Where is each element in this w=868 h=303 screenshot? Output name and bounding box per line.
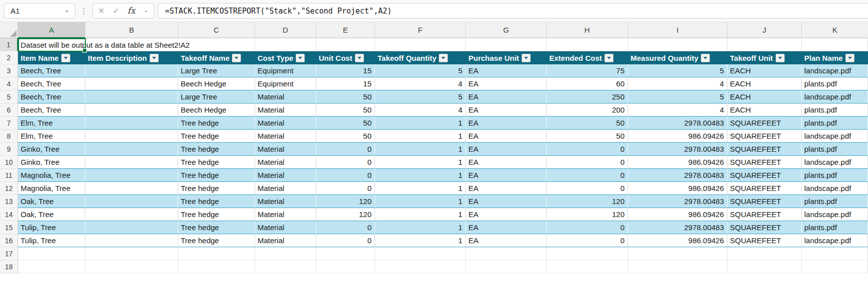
row-header-4[interactable]: 4 xyxy=(0,77,18,90)
cell-C5[interactable]: Large Tree xyxy=(178,90,255,104)
cell-H1[interactable] xyxy=(547,38,628,51)
cell-F12[interactable]: 1 xyxy=(375,182,466,195)
cell-I18[interactable] xyxy=(628,260,727,273)
row-header-3[interactable]: 3 xyxy=(0,64,18,77)
cell-B7[interactable] xyxy=(85,117,178,130)
cell-C11[interactable]: Tree hedge xyxy=(178,169,255,182)
filter-button-cost-type[interactable] xyxy=(296,54,305,62)
column-header-B[interactable]: B xyxy=(85,22,178,38)
filter-button-purchase-unit[interactable] xyxy=(522,54,531,62)
cell-C9[interactable]: Tree hedge xyxy=(178,143,255,156)
cell-A10[interactable]: Ginko, Tree xyxy=(18,156,85,169)
cell-G4[interactable]: EA xyxy=(466,77,547,90)
column-header-I[interactable]: I xyxy=(628,22,727,38)
row-header-5[interactable]: 5 xyxy=(0,90,18,104)
row-header-15[interactable]: 15 xyxy=(0,221,18,234)
cell-J5[interactable]: EACH xyxy=(727,90,802,104)
column-header-D[interactable]: D xyxy=(255,22,316,38)
column-header-E[interactable]: E xyxy=(316,22,375,38)
row-header-7[interactable]: 7 xyxy=(0,117,18,130)
cell-D1[interactable] xyxy=(255,38,316,51)
cell-G7[interactable]: EA xyxy=(466,117,547,130)
cell-C17[interactable] xyxy=(178,247,255,260)
row-header-11[interactable]: 11 xyxy=(0,169,18,182)
cell-D6[interactable]: Material xyxy=(255,104,316,117)
cell-E8[interactable]: 50 xyxy=(316,130,375,143)
cell-I13[interactable]: 2978.00483 xyxy=(628,195,727,208)
cell-I15[interactable]: 2978.00483 xyxy=(628,221,727,234)
cell-B9[interactable] xyxy=(85,143,178,156)
cell-K1[interactable] xyxy=(802,38,868,51)
cell-H12[interactable]: 0 xyxy=(547,182,628,195)
cell-B12[interactable] xyxy=(85,182,178,195)
cell-E11[interactable]: 0 xyxy=(316,169,375,182)
cell-A15[interactable]: Tulip, Tree xyxy=(18,221,85,234)
row-header-9[interactable]: 9 xyxy=(0,143,18,156)
cell-K11[interactable]: plants.pdf xyxy=(802,169,868,182)
row-header-17[interactable]: 17 xyxy=(0,247,18,260)
cell-I4[interactable]: 4 xyxy=(628,77,727,90)
cell-H6[interactable]: 200 xyxy=(547,104,628,117)
cell-E5[interactable]: 50 xyxy=(316,90,375,104)
cell-A5[interactable]: Beech, Tree xyxy=(18,90,85,104)
cell-J8[interactable]: SQUAREFEET xyxy=(727,130,802,143)
cell-I1[interactable] xyxy=(628,38,727,51)
cell-D13[interactable]: Material xyxy=(255,195,316,208)
cell-G14[interactable]: EA xyxy=(466,208,547,221)
cell-C10[interactable]: Tree hedge xyxy=(178,156,255,169)
cell-G9[interactable]: EA xyxy=(466,143,547,156)
filter-button-measured-quantity[interactable] xyxy=(701,54,710,62)
cell-J11[interactable]: SQUAREFEET xyxy=(727,169,802,182)
cell-K17[interactable] xyxy=(802,247,868,260)
cell-B17[interactable] xyxy=(85,247,178,260)
cell-K4[interactable]: plants.pdf xyxy=(802,77,868,90)
cell-D15[interactable]: Material xyxy=(255,221,316,234)
cell-D14[interactable]: Material xyxy=(255,208,316,221)
cell-F8[interactable]: 1 xyxy=(375,130,466,143)
cell-F1[interactable] xyxy=(375,38,466,51)
row-header-12[interactable]: 12 xyxy=(0,182,18,195)
cell-C3[interactable]: Large Tree xyxy=(178,64,255,77)
cell-B4[interactable] xyxy=(85,77,178,90)
cell-F16[interactable]: 1 xyxy=(375,234,466,247)
cell-H17[interactable] xyxy=(547,247,628,260)
cell-D3[interactable]: Equipment xyxy=(255,64,316,77)
cell-E15[interactable]: 0 xyxy=(316,221,375,234)
cell-J6[interactable]: EACH xyxy=(727,104,802,117)
cell-A16[interactable]: Tulip, Tree xyxy=(18,234,85,247)
cell-G3[interactable]: EA xyxy=(466,64,547,77)
cell-A8[interactable]: Elm, Tree xyxy=(18,130,85,143)
filter-button-item-description[interactable] xyxy=(150,54,159,62)
cell-K18[interactable] xyxy=(802,260,868,273)
name-box[interactable]: A1 ⌄ xyxy=(4,3,75,19)
cell-J7[interactable]: SQUAREFEET xyxy=(727,117,802,130)
cell-F3[interactable]: 5 xyxy=(375,64,466,77)
cell-H4[interactable]: 60 xyxy=(547,77,628,90)
cell-G1[interactable] xyxy=(466,38,547,51)
column-header-F[interactable]: F xyxy=(375,22,466,38)
cancel-icon[interactable]: ✕ xyxy=(98,7,104,15)
cell-C13[interactable]: Tree hedge xyxy=(178,195,255,208)
column-header-H[interactable]: H xyxy=(547,22,628,38)
cell-G17[interactable] xyxy=(466,247,547,260)
row-header-2[interactable]: 2 xyxy=(0,51,18,64)
cell-A12[interactable]: Magnolia, Tree xyxy=(18,182,85,195)
cell-D7[interactable]: Material xyxy=(255,117,316,130)
cell-K10[interactable]: landscape.pdf xyxy=(802,156,868,169)
cell-J13[interactable]: SQUAREFEET xyxy=(727,195,802,208)
cell-H15[interactable]: 0 xyxy=(547,221,628,234)
cell-C7[interactable]: Tree hedge xyxy=(178,117,255,130)
cell-H10[interactable]: 0 xyxy=(547,156,628,169)
cell-D4[interactable]: Equipment xyxy=(255,77,316,90)
cell-F4[interactable]: 4 xyxy=(375,77,466,90)
cell-B13[interactable] xyxy=(85,195,178,208)
cell-G8[interactable]: EA xyxy=(466,130,547,143)
column-header-K[interactable]: K xyxy=(802,22,868,38)
cell-C6[interactable]: Beech Hedge xyxy=(178,104,255,117)
formula-input[interactable]: =STACK.ITEMCOSTREPORT("Stack","Second Pr… xyxy=(158,3,868,19)
insert-function-icon[interactable]: fx xyxy=(128,7,136,15)
cell-J18[interactable] xyxy=(727,260,802,273)
cell-C14[interactable]: Tree hedge xyxy=(178,208,255,221)
cell-H7[interactable]: 50 xyxy=(547,117,628,130)
cell-A17[interactable] xyxy=(18,247,85,260)
